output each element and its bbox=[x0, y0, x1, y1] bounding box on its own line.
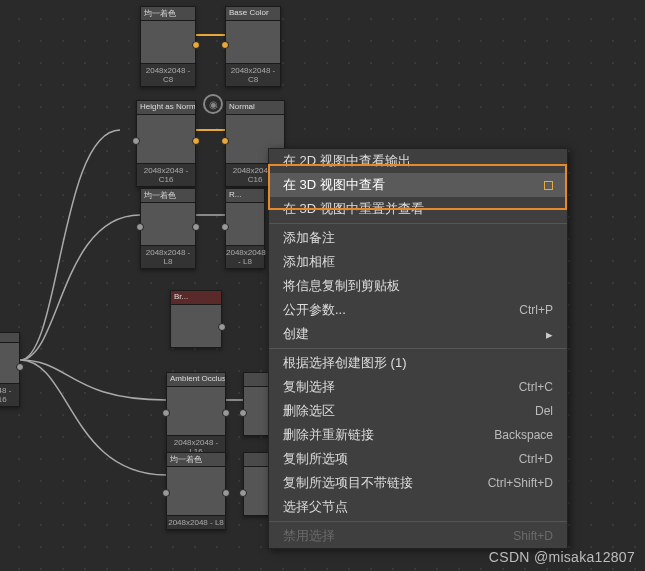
node-r[interactable]: R... 2048x2048 - L8 bbox=[225, 188, 265, 269]
menu-shortcut: Del bbox=[535, 404, 553, 418]
port-in[interactable] bbox=[239, 409, 247, 417]
menu-label: 添加备注 bbox=[283, 229, 335, 247]
port-in[interactable] bbox=[221, 137, 229, 145]
menu-duplicate[interactable]: 复制所选项 Ctrl+D bbox=[269, 447, 567, 471]
node-title: 均一着色 bbox=[141, 7, 195, 21]
menu-view-3d[interactable]: 在 3D 视图中查看 bbox=[269, 173, 567, 197]
node-bottom[interactable]: 均一着色 2048x2048 - L8 bbox=[166, 452, 226, 530]
node-left-source[interactable]: 2048 - L16 bbox=[0, 332, 20, 407]
port-out[interactable] bbox=[222, 489, 230, 497]
menu-separator bbox=[269, 348, 567, 349]
port-in[interactable] bbox=[221, 41, 229, 49]
node-res: 2048x2048 - L8 bbox=[141, 245, 195, 268]
menu-label: 选择父节点 bbox=[283, 498, 348, 516]
node-uniform-color-2[interactable]: 均一着色 2048x2048 - L8 bbox=[140, 188, 196, 269]
menu-copy-info[interactable]: 将信息复制到剪贴板 bbox=[269, 274, 567, 298]
menu-select-parent[interactable]: 选择父节点 bbox=[269, 495, 567, 519]
node-title: Br... bbox=[171, 291, 221, 305]
menu-label: 在 3D 视图中查看 bbox=[283, 176, 385, 194]
menu-shortcut: Ctrl+P bbox=[519, 303, 553, 317]
menu-label: 删除并重新链接 bbox=[283, 426, 374, 444]
menu-label: 在 3D 视图中重置并查看 bbox=[283, 200, 424, 218]
node-thumb bbox=[171, 305, 221, 347]
node-uniform-color-1[interactable]: 均一着色 2048x2048 - C8 bbox=[140, 6, 196, 87]
menu-add-frame[interactable]: 添加相框 bbox=[269, 250, 567, 274]
menu-label: 复制选择 bbox=[283, 378, 335, 396]
menu-create[interactable]: 创建 ▸ bbox=[269, 322, 567, 346]
node-ambient-occlusion[interactable]: Ambient Occlus... 2048x2048 - L16 bbox=[166, 372, 226, 459]
port-out[interactable] bbox=[192, 223, 200, 231]
port-out[interactable] bbox=[192, 137, 200, 145]
node-res: 2048x2048 - L8 bbox=[167, 515, 225, 529]
menu-label: 将信息复制到剪贴板 bbox=[283, 277, 400, 295]
menu-delete-selection[interactable]: 删除选区 Del bbox=[269, 399, 567, 423]
menu-reset-3d[interactable]: 在 3D 视图中重置并查看 bbox=[269, 197, 567, 221]
menu-view-2d[interactable]: 在 2D 视图中查看输出 bbox=[269, 149, 567, 173]
port-in[interactable] bbox=[162, 409, 170, 417]
menu-copy-selection[interactable]: 复制选择 Ctrl+C bbox=[269, 375, 567, 399]
node-res: 2048x2048 - C8 bbox=[141, 63, 195, 86]
node-title: Base Color bbox=[226, 7, 280, 21]
menu-label: 公开参数... bbox=[283, 301, 346, 319]
menu-create-graph[interactable]: 根据选择创建图形 (1) bbox=[269, 351, 567, 375]
menu-label: 添加相框 bbox=[283, 253, 335, 271]
node-height-as-normal[interactable]: Height as Norm... 2048x2048 - C16 bbox=[136, 100, 196, 187]
menu-shortcut: Ctrl+Shift+D bbox=[488, 476, 553, 490]
pin-icon[interactable]: ◉ bbox=[203, 94, 223, 114]
menu-label: 在 2D 视图中查看输出 bbox=[283, 152, 411, 170]
node-thumb bbox=[141, 203, 195, 245]
menu-label: 创建 bbox=[283, 325, 309, 343]
menu-separator bbox=[269, 223, 567, 224]
watermark: CSDN @misaka12807 bbox=[489, 549, 635, 565]
node-br[interactable]: Br... bbox=[170, 290, 222, 348]
menu-duplicate-no-link[interactable]: 复制所选项目不带链接 Ctrl+Shift+D bbox=[269, 471, 567, 495]
port-in[interactable] bbox=[132, 137, 140, 145]
menu-label: 根据选择创建图形 (1) bbox=[283, 354, 407, 372]
node-res: 2048x2048 - C16 bbox=[137, 163, 195, 186]
menu-label: 删除选区 bbox=[283, 402, 335, 420]
node-title: 均一着色 bbox=[167, 453, 225, 467]
node-title: 均一着色 bbox=[141, 189, 195, 203]
menu-add-comment[interactable]: 添加备注 bbox=[269, 226, 567, 250]
port-out[interactable] bbox=[222, 409, 230, 417]
menu-shortcut: Shift+D bbox=[513, 529, 553, 543]
submenu-arrow-icon: ▸ bbox=[546, 327, 553, 342]
menu-label: 复制所选项目不带链接 bbox=[283, 474, 413, 492]
node-thumb bbox=[137, 115, 195, 163]
node-base-color[interactable]: Base Color 2048x2048 - C8 bbox=[225, 6, 281, 87]
port-out[interactable] bbox=[192, 41, 200, 49]
menu-shortcut: Backspace bbox=[494, 428, 553, 442]
node-title: Normal bbox=[226, 101, 284, 115]
node-res: 2048x2048 - L8 bbox=[226, 245, 264, 268]
node-thumb bbox=[226, 21, 280, 63]
node-thumb bbox=[167, 467, 225, 515]
node-thumb bbox=[141, 21, 195, 63]
menu-disable-selection: 禁用选择 Shift+D bbox=[269, 524, 567, 548]
menu-label: 复制所选项 bbox=[283, 450, 348, 468]
node-title: Height as Norm... bbox=[137, 101, 195, 115]
menu-separator bbox=[269, 521, 567, 522]
menu-shortcut: Ctrl+C bbox=[519, 380, 553, 394]
node-title: Ambient Occlus... bbox=[167, 373, 225, 387]
node-thumb bbox=[226, 203, 264, 245]
menu-delete-relink[interactable]: 删除并重新链接 Backspace bbox=[269, 423, 567, 447]
node-thumb bbox=[0, 343, 19, 383]
menu-label: 禁用选择 bbox=[283, 527, 335, 545]
node-res: 2048 - L16 bbox=[0, 383, 19, 406]
port-out[interactable] bbox=[16, 363, 24, 371]
menu-shortcut: Ctrl+D bbox=[519, 452, 553, 466]
port-in[interactable] bbox=[221, 223, 229, 231]
port-out[interactable] bbox=[218, 323, 226, 331]
port-in[interactable] bbox=[162, 489, 170, 497]
node-thumb bbox=[167, 387, 225, 435]
context-menu: 在 2D 视图中查看输出 在 3D 视图中查看 在 3D 视图中重置并查看 添加… bbox=[268, 148, 568, 549]
node-title: R... bbox=[226, 189, 264, 203]
node-res: 2048x2048 - C8 bbox=[226, 63, 280, 86]
port-in[interactable] bbox=[239, 489, 247, 497]
node-title bbox=[0, 333, 19, 343]
menu-expose-params[interactable]: 公开参数... Ctrl+P bbox=[269, 298, 567, 322]
port-in[interactable] bbox=[136, 223, 144, 231]
checkbox-icon bbox=[544, 181, 553, 190]
